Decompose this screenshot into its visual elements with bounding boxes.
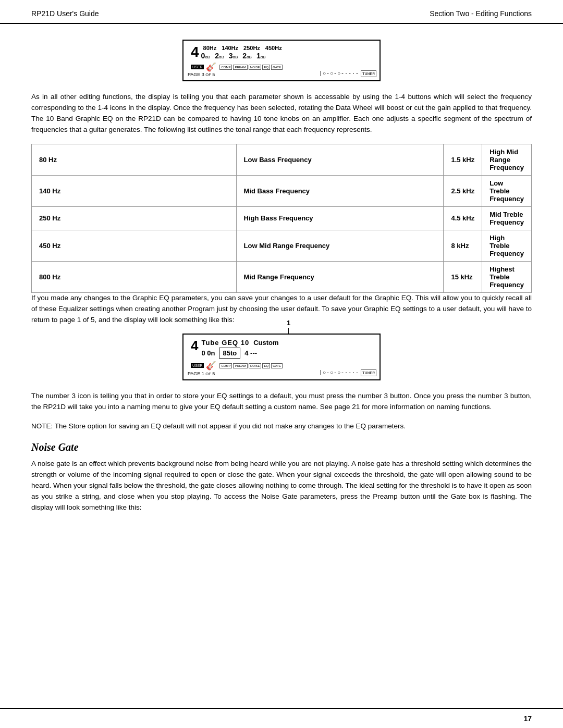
pream-icon-2: PREAM	[233, 363, 247, 368]
header-section: Section Two - Editing Functions	[430, 9, 532, 18]
body-paragraph-4: A noise gate is an effect which prevents…	[31, 459, 532, 513]
page-container: RP21D User's Guide Section Two - Editing…	[0, 0, 563, 728]
display2-big-num: 4	[191, 339, 198, 352]
display2-page: PAGE 1 OF 5	[188, 371, 215, 376]
freq-450hz: 450Hz	[265, 45, 282, 51]
body-paragraph-1: As in all other editing functions, the d…	[31, 92, 532, 135]
geq-on-text: 0 0n	[201, 349, 215, 357]
freq-desc-7: Low Treble Frequency	[482, 175, 532, 206]
arrow-number: 1	[287, 319, 290, 327]
gate-icon-2: GATE	[271, 363, 283, 368]
freq-desc-2: Mid Bass Frequency	[236, 175, 444, 206]
page-footer: 17	[0, 708, 563, 728]
guitar-icon-2: 🎸	[206, 361, 216, 371]
led-strip-1: |○-○-○-·-·-	[319, 71, 359, 77]
table-row: 450 Hz Low Mid Range Frequency 8 kHz Hig…	[32, 230, 532, 261]
comp-icon-2: COMP	[219, 363, 232, 368]
led-strip-2: |○-○-○-·-·-	[319, 370, 359, 376]
freq-desc-9: High Treble Frequency	[482, 230, 532, 261]
freq-desc-5: Mid Range Frequency	[236, 261, 444, 292]
user-badge-1: USER	[191, 65, 204, 69]
freq-hz-10: 15 kHz	[444, 261, 482, 292]
page-header: RP21D User's Guide Section Two - Editing…	[0, 0, 563, 24]
freq-80hz: 80Hz	[203, 45, 217, 51]
display2-leds: |○-○-○-·-·- TUNER	[319, 369, 376, 376]
pream-icon: PREAM	[233, 65, 247, 70]
table-row: 80 Hz Low Bass Frequency 1.5 kHz High Mi…	[32, 144, 532, 175]
freq-hz-9: 8 kHz	[444, 230, 482, 261]
body-paragraph-2: If you made any changes to the Graphic E…	[31, 293, 532, 326]
freq-desc-6: High Mid Range Frequency	[482, 144, 532, 175]
freq-hz-2: 140 Hz	[32, 175, 237, 206]
display1-db-row: 0dB 2dB 3dB 2dB 1dB	[201, 52, 282, 60]
header-title: RP21D User's Guide	[31, 9, 99, 18]
freq-hz-4: 450 Hz	[32, 230, 237, 261]
table-row: 800 Hz Mid Range Frequency 15 kHz Highes…	[32, 261, 532, 292]
freq-desc-4: Low Mid Range Frequency	[236, 230, 444, 261]
gate-icon: GATE	[271, 65, 283, 70]
eq-icon-2: EQ	[262, 363, 270, 368]
freq-250hz: 250Hz	[243, 45, 260, 51]
geq-right: 4 ---	[244, 349, 257, 357]
display1-big-num: 4	[191, 45, 199, 59]
geq-text: Tube GEQ 10	[201, 339, 249, 347]
note-paragraph: NOTE: The Store option for saving an EQ …	[31, 421, 532, 432]
noise-icon-2: NOISE	[249, 363, 262, 368]
display1-freq-row: 80Hz 140Hz 250Hz 450Hz	[203, 45, 282, 51]
geq-line2: 0 0n 85to 4 ---	[201, 348, 278, 359]
comp-icon: COMP	[219, 65, 232, 70]
table-row: 140 Hz Mid Bass Frequency 2.5 kHz Low Tr…	[32, 175, 532, 206]
freq-hz-3: 250 Hz	[32, 206, 237, 230]
frequency-table: 80 Hz Low Bass Frequency 1.5 kHz High Mi…	[31, 144, 532, 293]
display1-page: PAGE 3 OF 5	[188, 72, 215, 77]
geq-sto-box: 85to	[219, 348, 240, 359]
display-box-1: 4 80Hz 140Hz 250Hz 450Hz 0dB 2dB 3dB 2	[182, 40, 381, 81]
display2-wrapper: 1 4 Tube GEQ 10 Custom 0 0n	[31, 334, 532, 380]
freq-desc-8: Mid Treble Frequency	[482, 206, 532, 230]
page-number: 17	[523, 714, 532, 723]
display1-leds: |○-○-○-·-·- TUNER	[319, 70, 376, 77]
freq-hz-6: 1.5 kHz	[444, 144, 482, 175]
display1-wrapper: 4 80Hz 140Hz 250Hz 450Hz 0dB 2dB 3dB 2	[31, 40, 532, 81]
display-box-2: 4 Tube GEQ 10 Custom 0 0n 85to 4 ---	[182, 334, 381, 380]
freq-desc-1: Low Bass Frequency	[236, 144, 444, 175]
tuner-icon-2: TUNER	[361, 369, 376, 376]
user-badge-2: USER	[191, 363, 204, 368]
freq-table-container: 80 Hz Low Bass Frequency 1.5 kHz High Mi…	[31, 144, 532, 293]
custom-label: Custom	[253, 339, 278, 347]
freq-hz-7: 2.5 kHz	[444, 175, 482, 206]
guitar-icon-1: 🎸	[206, 62, 216, 72]
tuner-icon: TUNER	[361, 70, 376, 77]
freq-hz-5: 800 Hz	[32, 261, 237, 292]
freq-hz-8: 4.5 kHz	[444, 206, 482, 230]
freq-140hz: 140Hz	[222, 45, 238, 51]
noise-icon: NOISE	[249, 65, 262, 70]
eq-icon: EQ	[262, 65, 270, 70]
display2-outer: 1 4 Tube GEQ 10 Custom 0 0n	[182, 334, 381, 380]
freq-hz-1: 80 Hz	[32, 144, 237, 175]
main-content: 4 80Hz 140Hz 250Hz 450Hz 0dB 2dB 3dB 2	[0, 24, 563, 537]
body-paragraph-3: The number 3 icon is telling you that in…	[31, 391, 532, 413]
noise-gate-heading: Noise Gate	[31, 441, 532, 453]
freq-desc-10: Highest Treble Frequency	[482, 261, 532, 292]
table-row: 250 Hz High Bass Frequency 4.5 kHz Mid T…	[32, 206, 532, 230]
freq-desc-3: High Bass Frequency	[236, 206, 444, 230]
